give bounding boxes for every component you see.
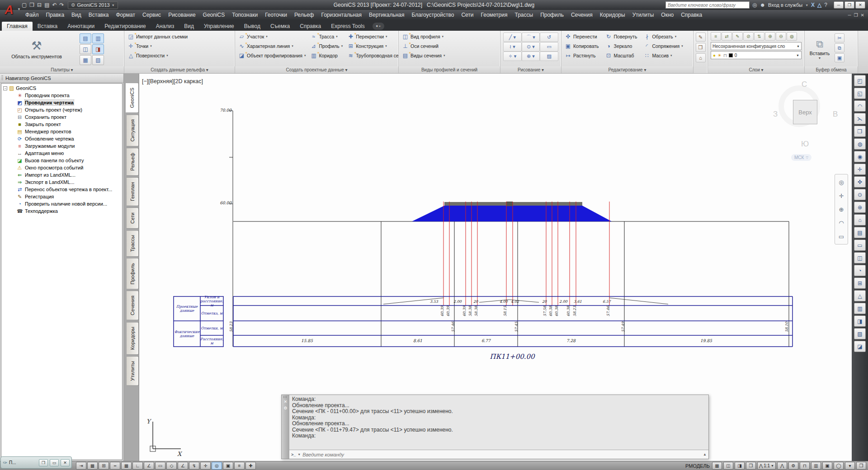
menu-item[interactable]: Коридоры — [596, 10, 629, 20]
ribbon-tab[interactable]: Аннотации — [62, 22, 99, 31]
status-toggle[interactable]: ✛ — [200, 462, 211, 470]
menu-item[interactable]: Утилиты — [629, 10, 658, 20]
quick-access-button[interactable]: ▤ — [44, 2, 49, 8]
status-toggle[interactable]: ┅ — [110, 462, 120, 470]
status-toggle[interactable]: ⊞ — [99, 462, 109, 470]
ribbon-tab[interactable]: Express Tools — [326, 22, 369, 31]
toolbar-icon[interactable]: ⋋ — [854, 113, 866, 124]
statusbar-button[interactable]: ▦ — [712, 462, 722, 470]
help-icon[interactable]: ? — [824, 2, 827, 8]
ribbon-tab[interactable]: Главная — [2, 22, 33, 31]
status-toggle[interactable]: ≡ — [234, 462, 245, 470]
toolbar-icon[interactable]: ⊙ — [854, 189, 866, 200]
toolbar-icon[interactable]: ⊕ — [765, 32, 775, 41]
statusbar-button[interactable]: ⋀ — [777, 462, 787, 470]
tree-item[interactable]: ▤ Менеджер проектов — [1, 128, 122, 135]
statusbar-button[interactable]: ▣ — [822, 462, 832, 470]
statusbar-button[interactable]: ⚙ — [788, 462, 798, 470]
panel-grip[interactable] — [1, 75, 3, 81]
statusbar-button[interactable]: ❐ — [856, 462, 866, 470]
status-toggle[interactable]: ◇ — [166, 462, 177, 470]
app-menu-arrow-icon[interactable]: ▼ — [17, 7, 21, 11]
tree-item[interactable]: ⟳ Обновление чертежа — [1, 135, 122, 142]
side-tab[interactable]: Рельеф — [127, 148, 139, 176]
toolbar-icon[interactable]: ⌂ — [696, 53, 706, 62]
toolbar-icon[interactable]: ◨ — [854, 315, 866, 327]
ribbon-tab[interactable]: Анализ — [151, 22, 179, 31]
toolbar-icon[interactable]: ╱ ▾ — [503, 33, 522, 42]
toolbar-icon[interactable]: ≀ ▾ — [503, 42, 522, 52]
tree-item[interactable]: ⇄ Перенос объектов чертежа в проект... — [1, 186, 122, 193]
compass-north-label[interactable]: С — [802, 80, 807, 89]
status-toggle[interactable]: ▣ — [223, 462, 233, 470]
current-layer-dropdown[interactable]: ● ☀ ⊓ 0 ▼ — [711, 51, 802, 59]
ribbon-button[interactable]: ≋ Трубопроводная сеть ▾ — [345, 51, 399, 60]
menu-item[interactable]: Рельеф — [291, 10, 318, 20]
search-input[interactable] — [665, 1, 750, 9]
menu-item[interactable]: Правка — [42, 10, 68, 20]
status-toggle[interactable]: ∠ — [178, 462, 188, 470]
side-tab[interactable]: Ситуация — [127, 114, 139, 146]
statusbar-button[interactable]: ⊓ — [800, 462, 810, 470]
status-toggle[interactable]: ◎ — [212, 462, 222, 470]
drag-grip[interactable] — [283, 396, 288, 398]
toolbar-icon[interactable]: ✛ — [854, 164, 866, 175]
toolbar-icon[interactable]: ⧉ — [835, 43, 844, 52]
status-toggle[interactable]: ▦ — [87, 462, 98, 470]
tree-item[interactable]: ✎ Регистрация — [1, 193, 122, 200]
paste-button[interactable]: ⧉ Вставить ▼ — [806, 32, 834, 66]
toolbar-icon[interactable]: ◍ — [787, 32, 797, 41]
tree-item[interactable]: ⚠ Окно просмотра событий — [1, 164, 122, 171]
toolbar-icon[interactable]: ⊕ ▾ — [522, 52, 540, 61]
tree-item[interactable]: ◪ Вызов панели по объекту — [1, 157, 122, 164]
ribbon-button[interactable]: ◪ Объект профилирования ▾ — [236, 51, 308, 60]
status-toggle[interactable]: ▦ — [121, 462, 132, 470]
toolbar-icon[interactable]: ◫ — [80, 44, 91, 54]
toolbar-icon[interactable]: ⇄ — [722, 32, 732, 41]
quick-access-button[interactable]: ↷ — [60, 2, 64, 8]
status-toggle[interactable]: ∟ — [132, 462, 143, 470]
panel-label[interactable]: Редактирование ▾ — [561, 66, 693, 73]
restore-button[interactable]: ❐ — [854, 13, 858, 18]
workspace-dropdown[interactable]: ⚙ GeoniCS 2013 ▼ — [68, 1, 118, 9]
menu-item[interactable]: Вид — [68, 10, 85, 20]
toolbar-icon[interactable]: ⊘ — [743, 32, 754, 41]
menu-item[interactable]: Вертикальная — [365, 10, 408, 20]
tree-expander-icon[interactable]: − — [3, 86, 7, 90]
toolbar-icon[interactable]: ◨ — [92, 44, 104, 54]
tree-item[interactable]: ↔ Адаптация меню — [1, 150, 122, 157]
toolbar-icon[interactable]: ◔ — [854, 265, 866, 276]
toolbar-icon[interactable]: ✎ — [732, 32, 743, 41]
toolbar-icon[interactable]: ⊕ — [836, 202, 847, 216]
ribbon-button[interactable]: ◑ Зеркало — [603, 41, 642, 51]
ribbon-button[interactable]: ✚ Перекрестки ▾ — [345, 32, 399, 41]
coordinate-system-dropdown[interactable]: МСК ▽ — [791, 154, 811, 161]
panel-label[interactable]: Создать проектные данные ▾ — [235, 66, 398, 73]
statusbar-button[interactable]: ▾ — [845, 462, 855, 470]
ribbon-button[interactable]: ⊥ Оси сечений — [400, 41, 499, 51]
wrench-icon[interactable]: ⚙ — [283, 406, 287, 410]
ribbon-button[interactable]: ⊡ Масштаб — [603, 51, 642, 60]
toolbar-icon[interactable]: ⌒ ▾ — [522, 33, 540, 42]
menu-item[interactable]: Топознаки — [228, 10, 261, 20]
toolbar-icon[interactable]: ▦ — [80, 55, 91, 65]
toolbar-icon[interactable]: ▥ — [854, 303, 866, 314]
ribbon-tab[interactable]: Вставка — [33, 22, 63, 31]
quick-access-button[interactable]: ❒ — [29, 2, 34, 8]
ribbon-button[interactable]: ↦ Растянуть — [562, 51, 603, 60]
search-icon[interactable]: ◎ — [752, 2, 757, 8]
toolbar-icon[interactable]: ◰ — [854, 75, 866, 86]
tree-item[interactable]: ✳ Проводник проекта — [1, 92, 122, 99]
exchange-apps-icon[interactable]: X — [811, 2, 815, 8]
ribbon-tab[interactable]: Съемка — [265, 22, 295, 31]
toolbar-icon[interactable]: ▤ — [80, 33, 91, 43]
tree-item[interactable]: ⇐ Импорт из LandXML... — [1, 171, 122, 179]
toolbar-icon[interactable]: ⇅ — [754, 32, 764, 41]
ribbon-button[interactable]: ∿ Характерная линия ▾ — [236, 41, 308, 51]
ribbon-button[interactable]: ▥ Коридор — [308, 51, 345, 60]
ribbon-button[interactable]: ∤ Обрезать ▾ — [641, 32, 685, 41]
app-logo-icon[interactable]: A — [1, 0, 17, 20]
tree-item[interactable]: ◔ Проверить наличие новой версии... — [1, 200, 122, 207]
close-icon[interactable]: ✕ — [284, 400, 288, 404]
statusbar-button[interactable]: ◫ — [723, 462, 733, 470]
